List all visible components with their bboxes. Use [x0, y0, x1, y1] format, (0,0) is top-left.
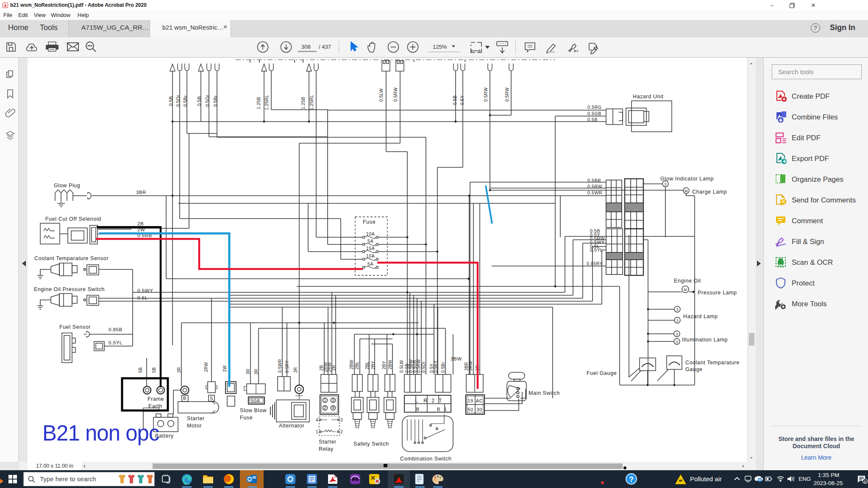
svg-text:2: 2	[324, 405, 326, 410]
svg-text:3: 3	[332, 398, 334, 402]
svg-text:Fuse: Fuse	[363, 219, 376, 225]
svg-text:0.5RW: 0.5RW	[587, 184, 602, 189]
svg-text:0.5WR: 0.5WR	[278, 359, 282, 373]
svg-text:Starter: Starter	[187, 416, 205, 421]
svg-text:B: B	[437, 407, 440, 412]
svg-text:Engine Oil: Engine Oil	[674, 278, 701, 284]
svg-text:2B: 2B	[137, 221, 144, 226]
svg-text:1: 1	[324, 398, 326, 402]
svg-text:0.5L: 0.5L	[137, 295, 148, 300]
svg-text:50: 50	[467, 407, 473, 412]
svg-text:0.5Or: 0.5Or	[421, 361, 426, 373]
svg-text:0.5Or: 0.5Or	[205, 95, 210, 107]
svg-text:0.5GB: 0.5GB	[587, 111, 601, 116]
svg-text:3: 3	[676, 332, 678, 336]
svg-text:0.5YL: 0.5YL	[108, 340, 122, 345]
svg-text:0.5RW: 0.5RW	[504, 87, 509, 102]
svg-text:T: T	[439, 398, 442, 404]
svg-text:Illumination Lamp: Illumination Lamp	[682, 337, 728, 343]
svg-text:0.5RG: 0.5RG	[587, 105, 601, 110]
svg-text:0.5RW: 0.5RW	[416, 359, 421, 373]
svg-text:3BW: 3BW	[451, 356, 462, 361]
svg-text:M: M	[684, 189, 688, 193]
svg-text:3R: 3R	[177, 367, 181, 373]
svg-text:5A: 5A	[367, 238, 373, 244]
svg-text:Safety Switch: Safety Switch	[353, 441, 389, 447]
svg-text:Charge Lamp: Charge Lamp	[692, 189, 727, 195]
svg-text:0.5LW: 0.5LW	[378, 88, 384, 102]
svg-text:1.25B: 1.25B	[300, 97, 306, 109]
svg-text:R: R	[423, 398, 427, 404]
svg-text:0.5Br: 0.5Br	[183, 95, 188, 107]
svg-text:2BW: 2BW	[388, 360, 392, 369]
svg-text:Motor: Motor	[187, 423, 202, 429]
svg-text:2RW: 2RW	[204, 362, 209, 372]
svg-text:4: 4	[316, 418, 318, 422]
svg-text:0.5Br: 0.5Br	[213, 95, 218, 107]
svg-text:0.5WY: 0.5WY	[137, 288, 153, 293]
svg-text:L: L	[415, 398, 418, 404]
svg-text:3R: 3R	[254, 369, 259, 374]
svg-text:19: 19	[467, 398, 473, 403]
svg-text:4: 4	[332, 405, 334, 410]
svg-text:2: 2	[340, 430, 343, 434]
svg-text:M: M	[684, 288, 687, 292]
svg-text:Slow Blow: Slow Blow	[240, 408, 267, 413]
svg-text:Relay: Relay	[319, 446, 334, 452]
svg-text:Fuel Sensor: Fuel Sensor	[59, 324, 91, 330]
svg-text:15A: 15A	[366, 246, 375, 251]
svg-text:0.5BR: 0.5BR	[587, 178, 601, 183]
svg-text:1: 1	[316, 430, 318, 434]
svg-text:3: 3	[676, 340, 678, 344]
svg-text:Glow Indicator Lamp: Glow Indicator Lamp	[660, 176, 714, 182]
svg-text:Combination Switch: Combination Switch	[400, 456, 451, 462]
svg-text:3: 3	[664, 182, 667, 186]
svg-text:0.5Br: 0.5Br	[441, 362, 445, 373]
svg-text:3: 3	[676, 319, 679, 323]
svg-text:10A: 10A	[366, 253, 375, 258]
svg-text:2BW: 2BW	[349, 360, 354, 369]
svg-text:3R: 3R	[293, 367, 298, 373]
svg-text:B: B	[183, 396, 186, 401]
svg-text:Starter: Starter	[319, 439, 337, 445]
svg-text:Hazard Lamp: Hazard Lamp	[683, 313, 718, 319]
svg-text:0.5RW: 0.5RW	[483, 87, 488, 102]
svg-text:2BL: 2BL	[355, 361, 359, 369]
svg-text:3RW: 3RW	[468, 361, 473, 371]
svg-text:0.5B: 0.5B	[168, 96, 173, 106]
svg-text:2R: 2R	[331, 365, 336, 371]
svg-text:1: 1	[444, 407, 447, 412]
svg-text:10A: 10A	[366, 231, 375, 236]
svg-text:0.5Or: 0.5Or	[175, 95, 181, 107]
svg-text:Earth: Earth	[148, 403, 162, 409]
svg-text:3R: 3R	[246, 369, 250, 374]
svg-text:0.5WR: 0.5WR	[587, 190, 602, 195]
svg-text:Glow Plug: Glow Plug	[54, 183, 80, 189]
svg-text:2BY: 2BY	[371, 361, 376, 369]
svg-text:30: 30	[476, 407, 482, 412]
svg-text:6: 6	[864, 480, 866, 484]
svg-text:AC: AC	[476, 398, 483, 403]
svg-text:50A: 50A	[251, 398, 260, 403]
svg-text:0.5LW: 0.5LW	[399, 360, 404, 373]
svg-text:Main Switch: Main Switch	[529, 390, 560, 396]
svg-text:1.25RL: 1.25RL	[264, 95, 269, 110]
svg-text:0.5YL: 0.5YL	[590, 247, 603, 252]
svg-text:0.5B: 0.5B	[197, 96, 202, 106]
svg-text:5A: 5A	[367, 261, 373, 266]
svg-text:0.5Y: 0.5Y	[459, 95, 465, 105]
svg-text:0.85RY: 0.85RY	[587, 261, 603, 266]
svg-text:1.25RL: 1.25RL	[309, 95, 314, 110]
svg-text:S: S	[210, 396, 213, 401]
svg-text:Fuse: Fuse	[240, 415, 253, 421]
svg-text:Coolant Temparature Sensor: Coolant Temparature Sensor	[34, 255, 108, 261]
svg-text:Fuel Cut Off Selenoid: Fuel Cut Off Selenoid	[45, 216, 101, 222]
svg-text:3: 3	[340, 418, 343, 422]
svg-text:5B: 5B	[138, 367, 143, 373]
svg-text:0.5B: 0.5B	[452, 95, 457, 105]
svg-text:Engine Oil Pressure Switch: Engine Oil Pressure Switch	[34, 286, 105, 292]
svg-text:0.5B: 0.5B	[587, 117, 598, 122]
svg-text:Coolant Temparature: Coolant Temparature	[685, 360, 740, 366]
svg-text:3: 3	[676, 308, 679, 312]
svg-text:Pressure Lamp: Pressure Lamp	[698, 290, 737, 296]
